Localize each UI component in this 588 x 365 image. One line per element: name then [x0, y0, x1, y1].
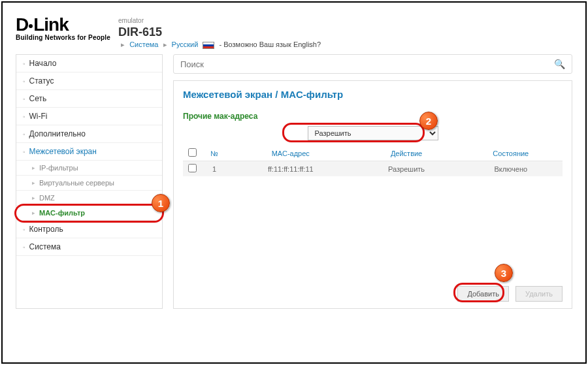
bullet-icon: ◦ [23, 60, 25, 67]
bullet-icon: ◦ [23, 226, 25, 233]
sidebar-item-firewall[interactable]: ◦Межсетевой экран [16, 143, 162, 161]
breadcrumb: ▸ Система ▸ Русский - Возможно Ваш язык … [118, 40, 321, 49]
row-checkbox[interactable] [188, 164, 197, 172]
bullet-icon: ◦ [23, 148, 25, 155]
chevron-right-icon: ▸ [32, 195, 35, 201]
col-action: Действие [354, 146, 459, 161]
sidebar-item-advanced[interactable]: ◦Дополнительно [16, 125, 162, 143]
sidebar-sub-ipfilters[interactable]: ▸IP-фильтры [16, 161, 162, 176]
chevron-right-icon: ▸ [32, 210, 35, 216]
cell-state: Включено [459, 161, 563, 177]
add-button[interactable]: Добавить [457, 286, 509, 302]
bc-system[interactable]: Система [129, 40, 158, 48]
select-all-checkbox[interactable] [188, 148, 197, 157]
bullet-icon: ◦ [23, 113, 25, 120]
chevron-right-icon: ▸ [32, 165, 35, 171]
bullet-icon: ◦ [23, 95, 25, 103]
chevron-right-icon: ▸ [121, 40, 125, 48]
col-num: № [201, 146, 227, 161]
sidebar-item-label: Начало [29, 59, 57, 68]
panel: Межсетевой экран / MAC-фильтр Прочие мак… [173, 80, 572, 309]
main-content: 🔍 Межсетевой экран / MAC-фильтр Прочие м… [173, 54, 572, 309]
chevron-right-icon: ▸ [32, 180, 35, 186]
sidebar-item-label: Статус [29, 76, 54, 86]
sidebar-item-label: Дополнительно [29, 129, 86, 138]
bullet-icon: ◦ [23, 78, 25, 85]
logo: DLink Building Networks for People [16, 16, 110, 41]
logo-text: DLink [16, 16, 110, 34]
sidebar-item-label: Виртуальные серверы [39, 179, 114, 187]
lang-prompt: - Возможно Ваш язык English? [220, 40, 321, 48]
emulator-label: emulator [118, 17, 321, 24]
sidebar-item-start[interactable]: ◦Начало [16, 55, 162, 72]
sidebar-item-label: Межсетевой экран [29, 147, 97, 156]
chevron-right-icon: ▸ [163, 40, 167, 48]
sidebar-item-label: Wi-Fi [29, 112, 48, 121]
sidebar-sub-vservers[interactable]: ▸Виртуальные серверы [16, 176, 162, 191]
page-title: Межсетевой экран / MAC-фильтр [183, 89, 563, 100]
bullet-icon: ◦ [23, 131, 25, 138]
bullet-icon: ◦ [23, 244, 25, 251]
sidebar-item-label: MAC-фильтр [39, 209, 85, 217]
sidebar-item-label: Система [29, 242, 61, 251]
col-state: Состояние [459, 146, 563, 161]
table-row[interactable]: 1 ff:11:ff:11:ff:11 Разрешить Включено [183, 161, 563, 177]
callout-2: 2 [419, 112, 438, 130]
button-row: Добавить 3 Удалить [457, 286, 563, 302]
callout-1: 1 [152, 194, 170, 212]
sidebar-sub-macfilter[interactable]: ▸MAC-фильтр [16, 206, 162, 221]
sidebar-item-system[interactable]: ◦Система [16, 238, 162, 256]
cell-mac: ff:11:ff:11:ff:11 [227, 161, 354, 177]
action-select[interactable]: Разрешить [308, 126, 438, 140]
section-title: Прочие мак-адреса [183, 112, 563, 121]
sidebar-item-label: Контроль [29, 225, 63, 234]
bc-lang[interactable]: Русский [172, 40, 199, 48]
sidebar-item-network[interactable]: ◦Сеть [16, 90, 162, 108]
sidebar-item-label: Сеть [29, 94, 47, 103]
search-icon: 🔍 [554, 59, 565, 69]
table-header-row: № МАС-адрес Действие Состояние [183, 146, 563, 161]
callout-3: 3 [495, 264, 513, 282]
cell-action: Разрешить [354, 161, 459, 177]
model-label: DIR-615 [118, 25, 321, 39]
sidebar: ◦Начало ◦Статус ◦Сеть ◦Wi-Fi ◦Дополнител… [16, 54, 163, 309]
sidebar-item-label: DMZ [39, 194, 55, 202]
mac-table: № МАС-адрес Действие Состояние 1 ff:11:f… [183, 146, 563, 176]
logo-tagline: Building Networks for People [16, 34, 110, 41]
header: DLink Building Networks for People emula… [16, 16, 572, 49]
sidebar-item-control[interactable]: ◦Контроль [16, 221, 162, 238]
cell-num: 1 [201, 161, 227, 177]
header-info: emulator DIR-615 ▸ Система ▸ Русский - В… [118, 16, 321, 49]
search-input[interactable] [180, 59, 549, 69]
flag-ru-icon [203, 42, 214, 49]
search-bar[interactable]: 🔍 [173, 54, 572, 74]
sidebar-item-label: IP-фильтры [39, 164, 78, 172]
col-mac: МАС-адрес [227, 146, 354, 161]
delete-button[interactable]: Удалить [515, 286, 563, 302]
sidebar-item-wifi[interactable]: ◦Wi-Fi [16, 108, 162, 125]
sidebar-sub-dmz[interactable]: ▸DMZ [16, 191, 162, 206]
sidebar-item-status[interactable]: ◦Статус [16, 72, 162, 90]
